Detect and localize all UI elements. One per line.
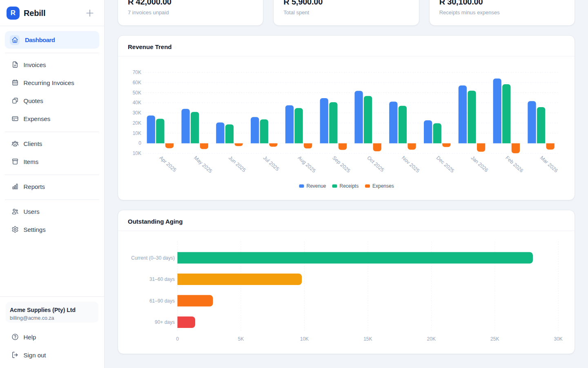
svg-text:20K: 20K xyxy=(427,336,436,342)
svg-text:60K: 60K xyxy=(133,80,141,85)
svg-text:Receipts: Receipts xyxy=(340,183,359,189)
svg-text:5K: 5K xyxy=(238,336,244,342)
svg-text:0: 0 xyxy=(138,140,141,146)
svg-text:70K: 70K xyxy=(133,70,141,75)
svg-text:Revenue: Revenue xyxy=(307,183,326,189)
svg-text:10K: 10K xyxy=(133,150,141,156)
svg-text:Nov 2025: Nov 2025 xyxy=(401,155,421,174)
svg-text:Mar 2026: Mar 2026 xyxy=(539,155,559,174)
svg-text:Sep 2025: Sep 2025 xyxy=(331,155,351,174)
svg-text:May 2025: May 2025 xyxy=(193,155,213,174)
svg-text:Apr 2025: Apr 2025 xyxy=(158,155,177,173)
svg-text:90+ days: 90+ days xyxy=(155,319,175,325)
svg-text:50K: 50K xyxy=(133,90,141,96)
svg-text:10K: 10K xyxy=(133,130,141,136)
svg-text:40K: 40K xyxy=(133,100,141,105)
svg-text:20K: 20K xyxy=(133,120,141,126)
svg-text:Expenses: Expenses xyxy=(372,183,394,189)
svg-text:30K: 30K xyxy=(554,336,563,342)
svg-text:Jun 2025: Jun 2025 xyxy=(227,155,247,173)
svg-text:25K: 25K xyxy=(490,336,499,342)
svg-text:Jul 2025: Jul 2025 xyxy=(262,155,281,172)
svg-text:30K: 30K xyxy=(133,110,141,116)
svg-text:Jan 2026: Jan 2026 xyxy=(470,155,490,173)
svg-text:Current (0–30 days): Current (0–30 days) xyxy=(131,255,175,261)
svg-text:Oct 2025: Oct 2025 xyxy=(366,155,385,173)
svg-text:10K: 10K xyxy=(300,336,309,342)
svg-text:31–60 days: 31–60 days xyxy=(149,276,175,282)
svg-text:0: 0 xyxy=(176,336,179,342)
svg-text:Dec 2025: Dec 2025 xyxy=(435,155,455,174)
svg-text:Feb 2026: Feb 2026 xyxy=(504,155,524,174)
svg-text:15K: 15K xyxy=(363,336,372,342)
svg-text:Aug 2025: Aug 2025 xyxy=(297,155,317,174)
svg-text:61–90 days: 61–90 days xyxy=(149,298,175,304)
